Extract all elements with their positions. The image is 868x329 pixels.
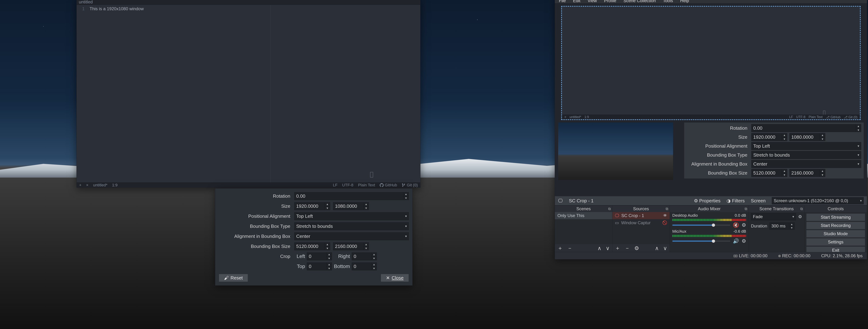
remove-scene-button[interactable]: － bbox=[567, 244, 572, 252]
spinner-icon[interactable]: ▲▼ bbox=[371, 253, 377, 260]
settings-button[interactable]: Settings bbox=[806, 238, 865, 246]
scene-item[interactable]: Only Use This bbox=[555, 212, 612, 219]
preview-canvas[interactable]: × untitled* 1:9 LF UTF-8 Plain Text ⎇ Gi… bbox=[562, 7, 860, 119]
status-encoding: UTF-8 bbox=[796, 115, 805, 119]
spinner-icon[interactable]: ▲▼ bbox=[789, 223, 795, 229]
preview-editor-status: × untitled* 1:9 LF UTF-8 Plain Text ⎇ Gi… bbox=[562, 114, 860, 119]
properties-button[interactable]: ⚙ Properties bbox=[694, 198, 721, 204]
move-down-button[interactable]: ∨ bbox=[663, 245, 667, 251]
size-height-input[interactable]: 1080.0000▲▼ bbox=[333, 202, 369, 210]
status-filename[interactable]: untitled* bbox=[93, 183, 107, 188]
popout-icon[interactable]: ⧉ bbox=[666, 207, 668, 211]
bbox-width-input[interactable]: 5120.0000▲▼ bbox=[294, 242, 330, 250]
spinner-icon[interactable]: ▲▼ bbox=[820, 169, 825, 177]
bbox-height-input[interactable]: 2160.0000▲▼ bbox=[789, 169, 825, 177]
gear-icon: ⚙ bbox=[694, 198, 698, 203]
filters-button[interactable]: ◑ Filters bbox=[726, 198, 745, 204]
status-git[interactable]: Git (0) bbox=[402, 183, 418, 188]
spinner-icon[interactable]: ▲▼ bbox=[324, 242, 330, 250]
source-item[interactable]: 🖵 SC Crop - 1 👁 bbox=[612, 212, 670, 219]
bbox-type-select[interactable]: Stretch to bounds▾ bbox=[751, 151, 861, 159]
visibility-toggle[interactable]: 👁 bbox=[663, 213, 667, 218]
move-up-button[interactable]: ∧ bbox=[597, 245, 601, 251]
crop-left-input[interactable]: 0▲▼ bbox=[307, 253, 332, 260]
status-encoding[interactable]: UTF-8 bbox=[342, 183, 353, 188]
menu-edit[interactable]: Edit bbox=[573, 0, 580, 3]
editor-tab[interactable]: untitled bbox=[79, 0, 93, 4]
volume-slider[interactable] bbox=[672, 240, 730, 242]
duration-input[interactable]: 300 ms▲▼ bbox=[770, 223, 795, 230]
code-area[interactable]: This is a 1920x1080 window bbox=[87, 5, 420, 183]
popout-icon[interactable]: ⧉ bbox=[608, 207, 611, 211]
bbox-alignment-select[interactable]: Center▾ bbox=[751, 160, 861, 168]
bbox-alignment-select[interactable]: Center▾ bbox=[294, 232, 409, 240]
bbox-width-input[interactable]: 5120.0000▲▼ bbox=[751, 169, 787, 177]
close-tab-icon[interactable]: × bbox=[86, 183, 89, 188]
source-item[interactable]: ▭ Window Captur 🚫 bbox=[612, 219, 670, 226]
menu-scene-collection[interactable]: Scene Collection bbox=[623, 0, 656, 3]
exit-button[interactable]: Exit bbox=[806, 246, 865, 252]
remove-source-button[interactable]: － bbox=[625, 244, 630, 252]
obs-preview-area[interactable]: × untitled* 1:9 LF UTF-8 Plain Text ⎇ Gi… bbox=[555, 3, 867, 196]
editor-body[interactable]: 1 This is a 1920x1080 window bbox=[76, 5, 420, 183]
transition-settings-button[interactable]: ⚙ bbox=[798, 214, 802, 219]
bbox-height-input[interactable]: 2160.0000▲▼ bbox=[333, 242, 369, 250]
status-language[interactable]: Plain Text bbox=[358, 183, 375, 188]
popout-icon[interactable]: ⧉ bbox=[800, 207, 803, 211]
menu-file[interactable]: File bbox=[559, 0, 566, 3]
transition-type-select[interactable]: Fade▾ bbox=[751, 213, 796, 220]
crop-top-input[interactable]: 0▲▼ bbox=[307, 262, 332, 270]
menu-help[interactable]: Help bbox=[680, 0, 689, 3]
move-up-button[interactable]: ∧ bbox=[655, 245, 659, 251]
new-tab-icon[interactable]: + bbox=[79, 183, 82, 188]
menu-profile[interactable]: Profile bbox=[604, 0, 616, 3]
spinner-icon[interactable]: ▲▼ bbox=[782, 133, 787, 141]
crop-left-label: Left bbox=[294, 254, 307, 259]
rotation-input[interactable]: 0.00▲▼ bbox=[294, 192, 409, 200]
size-height-input[interactable]: 1080.0000▲▼ bbox=[789, 133, 825, 141]
mute-button[interactable]: 🔇 bbox=[733, 222, 739, 228]
menu-tools[interactable]: Tools bbox=[663, 0, 673, 3]
spinner-icon[interactable]: ▲▼ bbox=[820, 133, 825, 141]
size-width-input[interactable]: 1920.0000▲▼ bbox=[751, 133, 787, 141]
status-caret-position[interactable]: 1:9 bbox=[112, 183, 118, 188]
crop-right-input[interactable]: 0▲▼ bbox=[352, 253, 377, 260]
studio-mode-button[interactable]: Studio Mode bbox=[806, 230, 865, 237]
add-source-button[interactable]: ＋ bbox=[615, 244, 620, 252]
start-recording-button[interactable]: Start Recording bbox=[806, 222, 865, 229]
source-properties-button[interactable]: ⚙ bbox=[634, 245, 639, 251]
channel-settings-button[interactable]: ⚙ bbox=[742, 222, 746, 228]
rotation-input[interactable]: 0.00▲▼ bbox=[751, 124, 861, 132]
spinner-icon[interactable]: ▲▼ bbox=[371, 263, 377, 270]
spinner-icon[interactable]: ▲▼ bbox=[856, 124, 861, 132]
status-eol[interactable]: LF bbox=[333, 183, 338, 188]
positional-alignment-select[interactable]: Top Left▾ bbox=[751, 142, 861, 150]
positional-alignment-select[interactable]: Top Left▾ bbox=[294, 212, 409, 220]
spinner-icon[interactable]: ▲▼ bbox=[403, 192, 409, 200]
status-github[interactable]: GitHub bbox=[380, 183, 397, 188]
crop-bottom-input[interactable]: 0▲▼ bbox=[352, 262, 377, 270]
move-down-button[interactable]: ∨ bbox=[606, 245, 610, 251]
size-width-input[interactable]: 1920.0000▲▼ bbox=[294, 202, 330, 210]
obs-main-window: File Edit View Profile Scene Collection … bbox=[555, 0, 867, 259]
close-button[interactable]: ✕Close bbox=[381, 274, 409, 282]
volume-slider[interactable] bbox=[672, 225, 730, 226]
menu-view[interactable]: View bbox=[588, 0, 597, 3]
mute-button[interactable]: 🔊 bbox=[733, 238, 739, 244]
reset-button[interactable]: 🖌Reset bbox=[219, 274, 248, 282]
add-scene-button[interactable]: ＋ bbox=[557, 244, 563, 252]
visibility-toggle[interactable]: 🚫 bbox=[662, 221, 667, 225]
bbox-type-select[interactable]: Stretch to bounds▾ bbox=[294, 222, 409, 230]
start-streaming-button[interactable]: Start Streaming bbox=[806, 213, 865, 221]
spinner-icon[interactable]: ▲▼ bbox=[327, 253, 332, 260]
popout-icon[interactable]: ⧉ bbox=[745, 207, 747, 211]
spinner-icon[interactable]: ▲▼ bbox=[363, 242, 369, 250]
spinner-icon[interactable]: ▲▼ bbox=[324, 202, 330, 210]
bbox-type-label: Bounding Box Type bbox=[687, 152, 751, 158]
spinner-icon[interactable]: ▲▼ bbox=[363, 202, 369, 210]
channel-settings-button[interactable]: ⚙ bbox=[742, 238, 746, 244]
text-cursor-icon bbox=[370, 172, 373, 177]
spinner-icon[interactable]: ▲▼ bbox=[782, 169, 787, 177]
spinner-icon[interactable]: ▲▼ bbox=[327, 263, 332, 270]
screen-select[interactable]: Screen unknown-1 (5120×2160 @ 0,0)▾ bbox=[772, 197, 864, 204]
